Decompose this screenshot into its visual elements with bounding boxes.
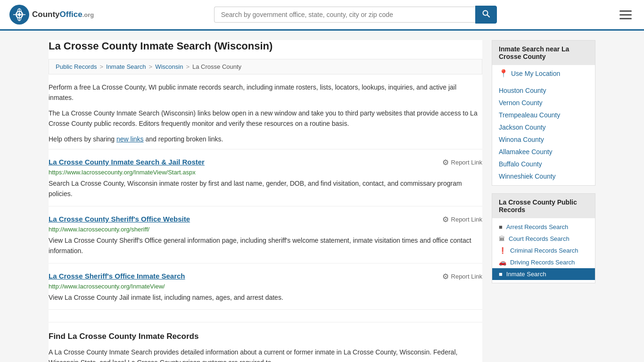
trempealeau-county-link[interactable]: Trempealeau County xyxy=(499,111,560,119)
driving-records-link[interactable]: Driving Records Search xyxy=(510,259,575,266)
breadcrumb-public-records[interactable]: Public Records xyxy=(56,63,97,70)
link-entry-2: La Crosse County Sheriff's Office Websit… xyxy=(49,206,482,263)
use-my-location-btn[interactable]: 📍 Use My Location xyxy=(492,65,595,82)
breadcrumb-inmate-search[interactable]: Inmate Search xyxy=(106,63,146,70)
list-item: Winneshiek County xyxy=(492,170,595,182)
link-title-1[interactable]: La Crosse County Inmate Search & Jail Ro… xyxy=(49,158,205,166)
houston-county-link[interactable]: Houston County xyxy=(499,87,546,94)
criminal-records-link[interactable]: Criminal Records Search xyxy=(510,247,578,254)
list-item: Buffalo County xyxy=(492,158,595,170)
list-item: 🚗 Driving Records Search xyxy=(492,256,595,268)
search-input[interactable] xyxy=(214,7,475,23)
list-item: Houston County xyxy=(492,84,595,97)
report-link-btn-3[interactable]: ⚙ Report Link xyxy=(442,272,482,281)
link-url-1: https://www.lacrossecounty.org/InmateVie… xyxy=(49,169,482,176)
arrest-icon: ■ xyxy=(499,223,503,230)
court-icon: 🏛 xyxy=(499,235,505,242)
search-area xyxy=(214,6,497,24)
description-para1: Perform a free La Crosse County, WI publ… xyxy=(49,82,482,103)
link-url-2: http://www.lacrossecounty.org/sheriff/ xyxy=(49,226,482,233)
menu-line xyxy=(619,14,632,16)
content-area: La Crosse County Inmate Search (Wisconsi… xyxy=(49,40,482,362)
sidebar-public-records-title: La Crosse County Public Records xyxy=(492,194,595,218)
hamburger-menu-button[interactable] xyxy=(617,8,635,22)
list-item: Vernon County xyxy=(492,97,595,109)
driving-icon: 🚗 xyxy=(499,259,506,266)
allamakee-county-link[interactable]: Allamakee County xyxy=(499,148,553,156)
list-item: Trempealeau County xyxy=(492,109,595,121)
list-item: ■ Arrest Records Search xyxy=(492,221,595,233)
sidebar-nearby-section: Inmate Search near La Crosse County 📍 Us… xyxy=(492,40,595,186)
list-item: Allamakee County xyxy=(492,146,595,158)
logo-area[interactable]: CountyOffice.org xyxy=(9,5,94,25)
breadcrumb-wisconsin[interactable]: Wisconsin xyxy=(155,63,183,70)
find-section: Find La Crosse County Inmate Records A L… xyxy=(49,309,482,362)
inmate-search-sidebar-link[interactable]: Inmate Search xyxy=(506,271,546,278)
winneshiek-county-link[interactable]: Winneshiek County xyxy=(499,173,556,180)
report-label-1: Report Link xyxy=(451,159,482,166)
buffalo-county-link[interactable]: Buffalo County xyxy=(499,160,542,168)
report-icon-1: ⚙ xyxy=(442,158,449,167)
report-label-3: Report Link xyxy=(451,273,482,280)
inmate-icon: ■ xyxy=(499,271,503,278)
breadcrumb: Public Records > Inmate Search > Wiscons… xyxy=(49,59,482,74)
list-item: Jackson County xyxy=(492,121,595,133)
svg-line-7 xyxy=(487,15,489,17)
report-label-2: Report Link xyxy=(451,216,482,223)
court-records-link[interactable]: Court Records Search xyxy=(509,235,570,242)
list-item: ❗ Criminal Records Search xyxy=(492,245,595,256)
description-para2: The La Crosse County Inmate Search (Wisc… xyxy=(49,108,482,129)
main-container: La Crosse County Inmate Search (Wisconsi… xyxy=(39,31,605,362)
list-item: Winona County xyxy=(492,133,595,146)
find-section-heading: Find La Crosse County Inmate Records xyxy=(49,322,482,341)
use-my-location-label: Use My Location xyxy=(511,70,560,77)
breadcrumb-sep: > xyxy=(186,63,190,70)
link-entry-3: La Crosse Sheriff's Office Inmate Search… xyxy=(49,263,482,309)
page-title: La Crosse County Inmate Search (Wisconsi… xyxy=(49,40,482,52)
menu-line xyxy=(619,18,632,19)
public-records-list: ■ Arrest Records Search 🏛 Court Records … xyxy=(492,218,595,283)
breadcrumb-sep: > xyxy=(99,63,103,70)
breadcrumb-sep: > xyxy=(149,63,153,70)
link-title-2[interactable]: La Crosse County Sheriff's Office Websit… xyxy=(49,215,190,223)
report-link-btn-1[interactable]: ⚙ Report Link xyxy=(442,158,482,167)
vernon-county-link[interactable]: Vernon County xyxy=(499,99,543,107)
inmate-search-sidebar-item: ■ Inmate Search xyxy=(492,268,595,280)
link-entry-1: La Crosse County Inmate Search & Jail Ro… xyxy=(49,149,482,206)
link-desc-1: Search La Crosse County, Wisconsin inmat… xyxy=(49,178,482,199)
link-desc-3: View La Crosse County Jail inmate list, … xyxy=(49,292,482,303)
link-url-3: http://www.lacrossecounty.org/InmateView… xyxy=(49,283,482,290)
report-link-btn-2[interactable]: ⚙ Report Link xyxy=(442,215,482,224)
description-para3: Help others by sharing new links and rep… xyxy=(49,134,482,144)
report-icon-3: ⚙ xyxy=(442,272,449,281)
jackson-county-link[interactable]: Jackson County xyxy=(499,123,546,131)
find-section-desc: A La Crosse County Inmate Search provide… xyxy=(49,347,482,362)
sidebar-nearby-title: Inmate Search near La Crosse County xyxy=(492,41,595,65)
sidebar-public-records-section: La Crosse County Public Records ■ Arrest… xyxy=(492,193,595,283)
site-header: CountyOffice.org xyxy=(0,0,644,31)
link-title-3[interactable]: La Crosse Sheriff's Office Inmate Search xyxy=(49,272,185,280)
location-icon: 📍 xyxy=(499,69,508,78)
logo-text: CountyOffice.org xyxy=(32,10,94,19)
breadcrumb-current: La Crosse County xyxy=(192,63,241,70)
nearby-county-list: Houston County Vernon County Trempealeau… xyxy=(492,82,595,185)
new-links-link[interactable]: new links xyxy=(116,135,144,143)
menu-line xyxy=(619,10,632,12)
search-button[interactable] xyxy=(475,6,497,24)
sidebar: Inmate Search near La Crosse County 📍 Us… xyxy=(492,40,595,362)
link-desc-2: View La Crosse County Sheriff's Office g… xyxy=(49,235,482,256)
list-item: 🏛 Court Records Search xyxy=(492,233,595,245)
arrest-records-link[interactable]: Arrest Records Search xyxy=(506,223,569,230)
criminal-icon: ❗ xyxy=(499,247,506,254)
logo-icon xyxy=(9,5,29,25)
report-icon-2: ⚙ xyxy=(442,215,449,224)
winona-county-link[interactable]: Winona County xyxy=(499,136,544,143)
